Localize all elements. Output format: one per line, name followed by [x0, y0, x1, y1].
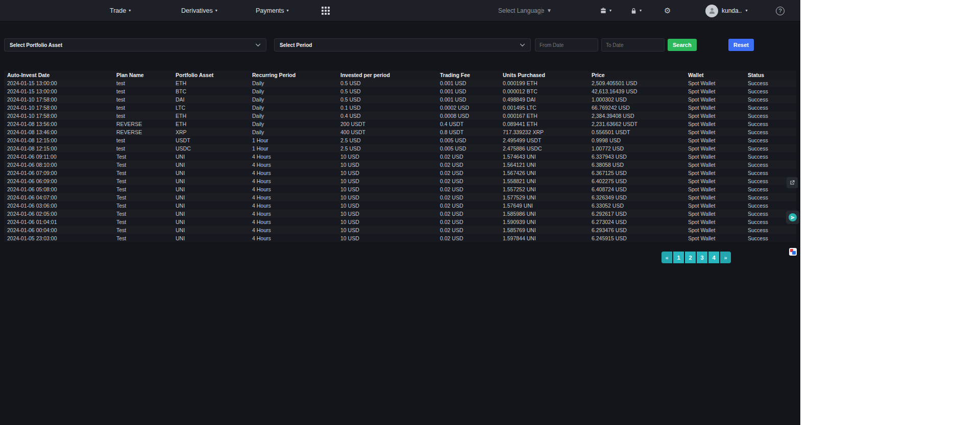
table-cell: 10 USD: [337, 161, 437, 169]
gear-icon: ⚙: [664, 6, 671, 15]
payments-menu[interactable]: Payments ▾: [256, 0, 289, 21]
table-cell: 0.005 USD: [437, 144, 500, 153]
column-header: Recurring Period: [249, 71, 337, 79]
table-cell: 1.57649 UNI: [500, 202, 589, 210]
top-navbar: Trade ▾ Derivatives ▾ Payments ▾ Select …: [0, 0, 800, 21]
derivatives-menu[interactable]: Derivatives ▾: [181, 0, 217, 21]
table-cell: 0.02 USD: [437, 161, 500, 169]
trade-menu[interactable]: Trade ▾: [110, 0, 131, 21]
table-cell: 1.574643 UNI: [500, 153, 589, 161]
apps-grid-button[interactable]: [322, 0, 330, 21]
pagination-page-button[interactable]: 2: [685, 252, 696, 263]
table-cell: 2.5 USD: [337, 136, 437, 144]
table-cell: 42,613.16439 USD: [589, 87, 685, 95]
pagination-page-button[interactable]: 3: [697, 252, 707, 263]
briefcase-icon: [600, 7, 607, 14]
table-cell: 4 Hours: [249, 153, 337, 161]
table-cell: 0.556501 USDT: [589, 128, 685, 136]
filter-bar: Select Portfolio Asset Select Period Sea…: [4, 38, 796, 52]
table-cell: Test: [113, 202, 173, 210]
language-dropdown-button[interactable]: ▼: [547, 0, 552, 21]
help-button[interactable]: ?: [776, 0, 785, 21]
table-row: 2024-01-06 06:09:00TestUNI4 Hours10 USD0…: [4, 177, 796, 185]
table-cell: test: [113, 79, 173, 87]
from-date-input[interactable]: [535, 38, 598, 52]
table-cell: 1.558821 UNI: [500, 177, 589, 185]
table-cell: 10 USD: [337, 218, 437, 226]
pagination-prev-button[interactable]: «: [662, 252, 672, 263]
table-cell: UNI: [173, 226, 249, 234]
table-cell: Spot Wallet: [685, 210, 745, 218]
table-cell: 0.0008 USD: [437, 112, 500, 120]
table-cell: 0.000199 ETH: [500, 79, 589, 87]
table-cell: 6.408724 USD: [589, 185, 685, 193]
search-button[interactable]: Search: [668, 39, 697, 51]
column-header: Wallet: [685, 71, 745, 79]
period-select-value: Select Period: [280, 42, 312, 48]
pagination-page-button[interactable]: 1: [673, 252, 684, 263]
pagination-next-button[interactable]: »: [720, 252, 731, 263]
table-cell: 0.089441 ETH: [500, 120, 589, 128]
to-date-input[interactable]: [601, 38, 665, 52]
table-cell: 0.5 USD: [337, 79, 437, 87]
table-row: 2024-01-10 17:58:00testETHDaily0.4 USD0.…: [4, 112, 796, 120]
column-header: Portfolio Asset: [173, 71, 249, 79]
table-cell: 2024-01-06 00:04:00: [4, 226, 113, 234]
user-menu[interactable]: kunda.. ▾: [705, 0, 747, 21]
portfolio-asset-select-value: Select Portfolio Asset: [10, 42, 62, 48]
table-cell: 2024-01-15 13:00:00: [4, 87, 113, 95]
table-cell: 1.557252 UNI: [500, 185, 589, 193]
table-cell: 0.4 USD: [337, 112, 437, 120]
table-cell: Spot Wallet: [685, 153, 745, 161]
table-row: 2024-01-08 12:15:00testUSDC1 Hour2.5 USD…: [4, 144, 796, 153]
table-cell: 2024-01-10 17:58:00: [4, 104, 113, 112]
settings-button[interactable]: ⚙: [664, 0, 671, 21]
orders-menu[interactable]: ▾: [630, 0, 642, 21]
table-cell: UNI: [173, 153, 249, 161]
table-cell: 6.292617 USD: [589, 210, 685, 218]
table-cell: Spot Wallet: [685, 161, 745, 169]
table-cell: ETH: [173, 79, 249, 87]
table-cell: 10 USD: [337, 202, 437, 210]
chevron-down-icon: ▾: [640, 9, 642, 13]
table-cell: Spot Wallet: [685, 136, 745, 144]
reset-button[interactable]: Reset: [728, 39, 754, 51]
table-cell: UNI: [173, 169, 249, 177]
table-cell: 6.402275 USD: [589, 177, 685, 185]
table-cell: 0.02 USD: [437, 193, 500, 202]
table-cell: 1 Hour: [249, 136, 337, 144]
external-link-icon: [789, 180, 795, 186]
table-cell: 400 USDT: [337, 128, 437, 136]
language-selector[interactable]: Select Language: [498, 0, 544, 21]
table-cell: Spot Wallet: [685, 218, 745, 226]
table-cell: Success: [745, 104, 796, 112]
pagination-page-button[interactable]: 4: [708, 252, 719, 263]
table-cell: Daily: [249, 128, 337, 136]
table-cell: 4 Hours: [249, 218, 337, 226]
portfolio-asset-select[interactable]: Select Portfolio Asset: [4, 38, 266, 52]
chevron-down-icon: ▾: [745, 9, 747, 13]
table-cell: 0.001 USD: [437, 87, 500, 95]
table-cell: Spot Wallet: [685, 95, 745, 104]
table-cell: 6.33052 USD: [589, 202, 685, 210]
table-cell: 2024-01-08 12:15:00: [4, 144, 113, 153]
table-cell: UNI: [173, 185, 249, 193]
table-cell: 1.577529 UNI: [500, 193, 589, 202]
table-cell: Success: [745, 95, 796, 104]
chat-widget-button[interactable]: [789, 248, 797, 256]
share-widget-button[interactable]: [787, 177, 798, 188]
table-cell: Test: [113, 169, 173, 177]
column-header: Status: [745, 71, 796, 79]
telegram-widget-button[interactable]: [786, 211, 799, 224]
table-cell: Spot Wallet: [685, 87, 745, 95]
table-cell: Test: [113, 226, 173, 234]
table-cell: UNI: [173, 234, 249, 242]
table-cell: 0.02 USD: [437, 169, 500, 177]
table-cell: 0.02 USD: [437, 218, 500, 226]
wallet-menu[interactable]: ▾: [600, 0, 611, 21]
navbar-divider: [541, 0, 542, 21]
table-cell: 2024-01-06 01:04:01: [4, 218, 113, 226]
pagination: «1234»: [662, 252, 731, 263]
period-select[interactable]: Select Period: [274, 38, 531, 52]
table-cell: 1 Hour: [249, 144, 337, 153]
